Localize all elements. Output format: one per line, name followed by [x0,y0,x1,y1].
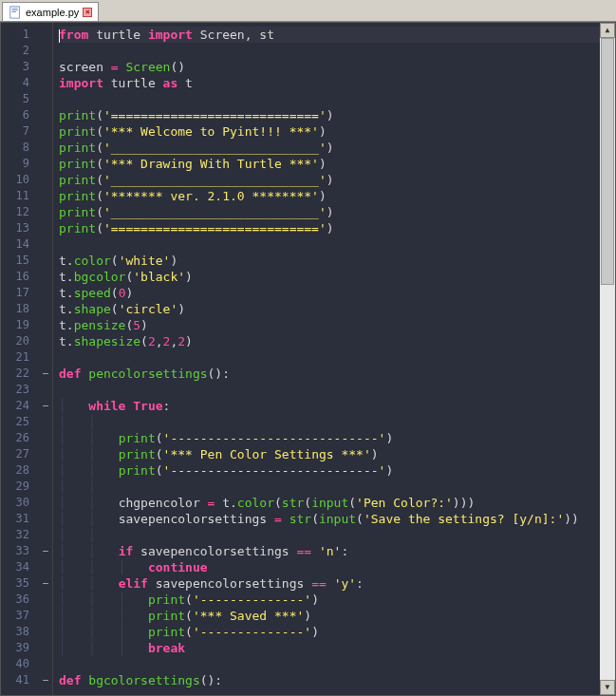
line-number: 27 [7,446,29,462]
code-line[interactable]: │ │ if savepencolorsettings == 'n': [59,543,615,559]
fold-toggle-icon[interactable]: − [39,672,52,688]
fold-toggle-icon[interactable]: − [39,398,52,414]
token-punc: ( [311,512,319,526]
fold-empty [39,253,52,269]
code-line[interactable]: │ while True: [59,398,615,414]
code-line[interactable] [59,91,615,107]
fold-empty [39,640,52,656]
indent-guide: │ [59,447,88,461]
code-line[interactable]: │ │ print('*** Pen Color Settings ***') [59,446,615,462]
code-line[interactable]: def pencolorsettings(): [59,366,615,382]
code-area[interactable]: from turtle import Screen, stscreen = Sc… [52,23,615,695]
code-line[interactable]: │ │ │ print('*** Saved ***') [59,608,615,624]
token-ident: t [59,254,66,268]
code-line[interactable] [59,236,615,253]
code-line[interactable]: def bgcolorsettings(): [59,672,615,688]
code-line[interactable]: print('============================') [59,107,615,123]
line-number: 10 [7,172,29,188]
fold-empty [39,156,52,172]
close-tab-icon[interactable]: × [83,8,92,17]
code-line[interactable]: t.color('white') [59,253,615,269]
token-kw: def [59,673,81,687]
fold-empty [39,349,52,366]
token-attr: shape [74,302,111,316]
code-line[interactable]: │ │ │ print('--------------') [59,624,615,640]
code-line[interactable] [59,382,615,398]
code-line[interactable]: print('____________________________') [59,204,615,220]
vertical-scrollbar[interactable]: ▲ ▼ [600,23,615,695]
scroll-down-button[interactable]: ▼ [600,680,615,695]
code-line[interactable]: import turtle as t [59,75,615,91]
token-punc: ( [185,593,193,607]
token-call: Screen [125,60,170,74]
code-line[interactable]: t.pensize(5) [59,317,615,333]
token-ident: t [185,76,193,90]
fold-column: −−−−− [39,23,52,695]
token-str: 'Save the settings? [y/n]:' [364,512,564,526]
code-line[interactable]: screen = Screen() [59,59,615,75]
code-line[interactable] [59,43,615,59]
code-line[interactable]: │ │ [59,414,615,430]
code-line[interactable]: print('____________________________') [59,172,615,188]
fold-toggle-icon[interactable]: − [39,543,52,559]
token-punc: ( [185,609,193,623]
indent-guide: │ [88,480,118,494]
token-punc: : [341,544,348,558]
code-line[interactable]: │ │ print('----------------------------'… [59,430,615,446]
code-line[interactable]: │ │ │ continue [59,559,615,575]
svg-rect-2 [12,9,18,10]
code-line[interactable]: │ │ print('----------------------------'… [59,462,615,479]
token-punc: . [230,496,237,510]
line-number: 33 [7,543,29,559]
code-line[interactable]: │ │ elif savepencolorsettings == 'y': [59,575,615,592]
code-line[interactable]: │ │ [59,527,615,543]
code-line[interactable]: from turtle import Screen, st [59,27,615,43]
token-ident: chgpencolor [119,496,200,510]
token-punc: ( [356,512,364,526]
fold-empty [39,511,52,527]
token-punc: ( [96,124,103,139]
code-line[interactable]: print('============================') [59,220,615,236]
code-line[interactable]: print('*** Welcome to Pyint!!! ***') [59,123,615,140]
code-line[interactable]: t.shape('circle') [59,301,615,317]
fold-toggle-icon[interactable]: − [39,575,52,592]
fold-toggle-icon[interactable]: − [39,366,52,382]
code-line[interactable]: │ │ chgpencolor = t.color(str(input('Pen… [59,495,615,511]
token-ident: turtle [96,28,140,42]
code-line[interactable]: print('******* ver. 2.1.0 ********') [59,188,615,204]
scroll-up-button[interactable]: ▲ [600,23,615,38]
code-editor[interactable]: 1234567891011121314151617181920212223242… [0,22,616,696]
code-line[interactable]: t.speed(0) [59,285,615,301]
code-line[interactable]: print('*** Drawing With Turtle ***') [59,156,615,172]
token-call: input [319,512,356,526]
token-kw: continue [148,560,208,574]
token-funcdef: bgcolorsettings [88,673,199,687]
code-line[interactable]: │ │ │ break [59,640,615,656]
code-line[interactable]: t.shapesize(2,2,2) [59,333,615,349]
code-line[interactable]: │ │ [59,479,615,495]
scroll-thumb[interactable] [601,38,614,285]
line-number: 16 [7,269,29,285]
scroll-track[interactable] [600,38,615,680]
token-call: print [119,431,156,445]
token-ident: t [59,302,66,316]
code-line[interactable] [59,349,615,366]
code-line[interactable]: │ │ savepencolorsettings = str(input('Sa… [59,511,615,527]
fold-empty [39,204,52,220]
code-line[interactable]: print('____________________________') [59,140,615,156]
indent-guide: │ [88,609,118,623]
indent-guide: │ [88,512,118,526]
token-punc: ) [125,286,133,300]
line-number: 19 [7,317,29,333]
code-line[interactable]: │ │ │ print('--------------') [59,592,615,608]
token-punc [133,544,140,558]
indent-guide: │ [119,593,148,607]
code-line[interactable]: t.bgcolor('black') [59,269,615,285]
token-punc [311,544,319,558]
file-tab[interactable]: example.py × [2,2,99,21]
token-kw: def [59,367,81,381]
code-line[interactable] [59,656,615,672]
token-str: '*** Drawing With Turtle ***' [103,157,319,171]
token-punc [282,512,289,526]
line-number: 15 [7,253,29,269]
